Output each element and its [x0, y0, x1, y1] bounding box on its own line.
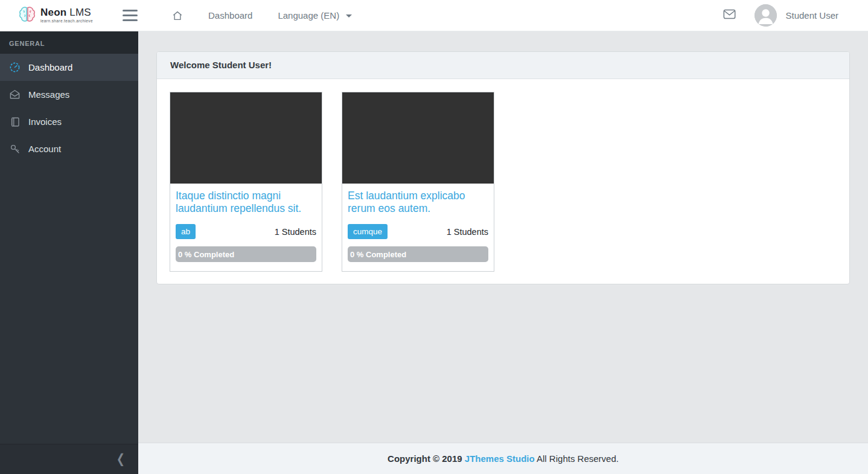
welcome-card: Welcome Student User! Itaque distinctio …: [156, 51, 850, 284]
sidebar-item-label: Invoices: [28, 117, 62, 127]
invoice-book-icon: [9, 116, 21, 127]
navbar-right: Student User: [720, 4, 853, 27]
navbar-links: Dashboard Language (EN): [159, 10, 365, 21]
course-students-count: 1 Students: [275, 227, 316, 237]
brand-text: Neon LMS learn.share.teach.archieve: [40, 7, 93, 24]
course-meta-row: ab 1 Students: [170, 216, 322, 240]
brain-logo-icon: [18, 5, 36, 26]
page-footer: Copyright © 2019 JThemes Studio All Righ…: [138, 443, 868, 474]
dashboard-link[interactable]: Dashboard: [196, 10, 265, 21]
course-progress-label: 0 % Completed: [176, 250, 234, 259]
sidebar-section-label: GENERAL: [9, 40, 45, 47]
language-dropdown[interactable]: Language (EN): [265, 10, 365, 21]
gauge-icon: [9, 62, 21, 73]
main-content: Welcome Student User! Itaque distinctio …: [138, 31, 868, 443]
course-title-link[interactable]: Itaque distinctio magni laudantium repel…: [170, 184, 322, 216]
footer-copyright-prefix: Copyright © 2019: [388, 453, 462, 464]
sidebar-item-label: Messages: [28, 89, 69, 100]
course-card: Itaque distinctio magni laudantium repel…: [170, 92, 322, 272]
course-category-badge[interactable]: ab: [176, 224, 196, 239]
course-title-link[interactable]: Est laudantium explicabo rerum eos autem…: [342, 184, 494, 216]
user-name[interactable]: Student User: [785, 10, 838, 21]
sidebar-spacer: [0, 162, 138, 444]
top-navbar: Neon LMS learn.share.teach.archieve Dash…: [0, 0, 868, 31]
sidebar-collapse-button[interactable]: ❮: [0, 444, 138, 474]
sidebar-item-account[interactable]: Account: [0, 135, 138, 162]
footer-jthemes-link[interactable]: JThemes Studio: [465, 453, 535, 464]
mail-button[interactable]: [720, 5, 739, 25]
welcome-card-body: Itaque distinctio magni laudantium repel…: [157, 79, 849, 284]
course-students-count: 1 Students: [447, 227, 488, 237]
course-category-badge[interactable]: cumque: [348, 224, 388, 239]
sidebar-item-label: Dashboard: [28, 62, 72, 72]
sidebar: GENERAL Dashboard Messages: [0, 31, 138, 474]
chevron-left-icon: ❮: [116, 451, 125, 467]
course-thumbnail[interactable]: [342, 92, 494, 184]
sidebar-item-label: Account: [28, 144, 61, 154]
brand-name: Neon LMS: [40, 7, 93, 18]
mail-icon: [723, 9, 736, 22]
key-icon: [9, 143, 21, 155]
page-layout: GENERAL Dashboard Messages: [0, 31, 868, 474]
hamburger-menu-icon[interactable]: [120, 7, 140, 24]
footer-copyright: Copyright © 2019 JThemes Studio All Righ…: [388, 453, 619, 464]
welcome-title: Welcome Student User!: [170, 60, 272, 70]
home-icon: [172, 10, 183, 21]
brand-tagline: learn.share.teach.archieve: [40, 19, 93, 24]
course-meta-row: cumque 1 Students: [342, 216, 494, 240]
brand-logo[interactable]: Neon LMS learn.share.teach.archieve: [18, 5, 93, 26]
course-progress-bar: 0 % Completed: [348, 246, 488, 262]
course-progress-bar: 0 % Completed: [176, 246, 316, 262]
mail-open-icon: [9, 89, 21, 100]
home-link[interactable]: [159, 10, 196, 21]
user-avatar[interactable]: [755, 4, 777, 27]
welcome-card-header: Welcome Student User!: [157, 52, 849, 79]
course-card: Est laudantium explicabo rerum eos autem…: [342, 92, 494, 272]
chevron-down-icon: [346, 14, 352, 18]
course-progress-label: 0 % Completed: [348, 250, 406, 259]
sidebar-item-dashboard[interactable]: Dashboard: [0, 54, 138, 81]
sidebar-item-messages[interactable]: Messages: [0, 81, 138, 108]
footer-copyright-suffix: All Rights Reserved.: [537, 453, 619, 464]
sidebar-section-header: GENERAL: [0, 31, 138, 54]
main-column: Welcome Student User! Itaque distinctio …: [138, 31, 868, 474]
course-thumbnail[interactable]: [170, 92, 322, 184]
sidebar-item-invoices[interactable]: Invoices: [0, 108, 138, 135]
